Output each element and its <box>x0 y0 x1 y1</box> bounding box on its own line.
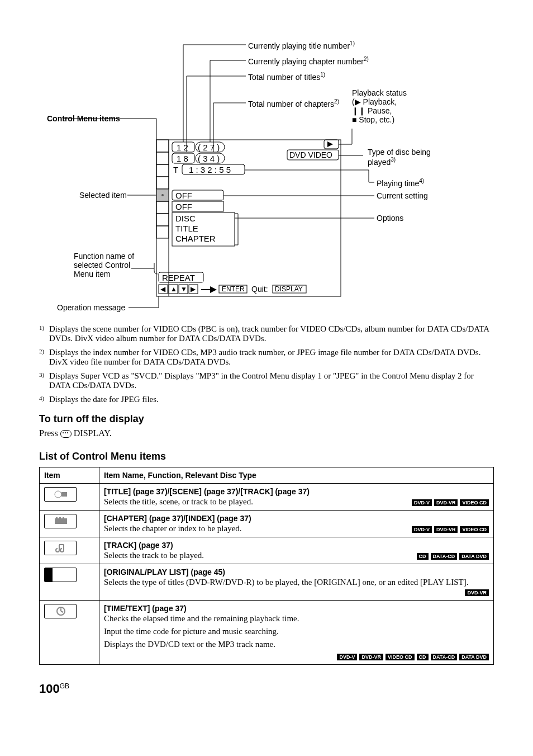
control-menu-diagram: ◀ ▲ ▼ ▶ <box>39 28 494 319</box>
item-icon-cell <box>40 564 99 601</box>
svg-text:◀: ◀ <box>160 285 166 293</box>
svg-rect-9 <box>156 214 169 226</box>
svg-rect-3 <box>156 152 169 164</box>
item-icon-cell <box>40 601 99 665</box>
item-name: [CHAPTER] (page 37)/[INDEX] (page 37) <box>104 514 489 523</box>
table-row: [CHAPTER] (page 37)/[INDEX] (page 37)Sel… <box>40 511 494 537</box>
footnote-4: 4)Displays the date for JPEG files. <box>39 395 494 404</box>
osd-chapter-current: 1 8 <box>177 154 188 163</box>
menu-item-icon <box>44 604 77 618</box>
item-desc: Selects the track to be played.CDDATA-CD… <box>104 551 489 560</box>
disc-badge: DATA DVD <box>459 654 489 660</box>
disc-badge: DVD-VR <box>465 589 489 596</box>
control-menu-table: Item Item Name, Function, Relevant Disc … <box>39 467 494 665</box>
heading-list-control-menu: List of Control Menu items <box>39 451 494 462</box>
svg-line-70 <box>61 611 63 612</box>
osd-title-current: 1 2 <box>177 143 188 152</box>
menu-item-icon <box>44 514 77 528</box>
item-icon-cell <box>40 484 99 511</box>
osd-quit-label: Quit: <box>251 285 268 294</box>
svg-rect-4 <box>156 164 169 177</box>
disc-badge: DATA-CD <box>431 553 458 560</box>
svg-point-59 <box>55 491 61 498</box>
svg-rect-60 <box>61 492 67 497</box>
badges-row: DVD-VDVD-VRVIDEO CD <box>410 497 489 507</box>
disc-badge: DVD-V <box>412 499 432 506</box>
osd-repeat: REPEAT <box>162 273 195 282</box>
item-icon-cell <box>40 511 99 537</box>
item-name: [TITLE] (page 37)/[SCENE] (page 37)/[TRA… <box>104 487 489 496</box>
item-desc: Selects the type of titles (DVD-RW/DVD-R… <box>104 578 489 587</box>
item-desc: Selects the title, scene, or track to be… <box>104 497 489 507</box>
label-disc-type: Type of disc being played3) <box>368 148 457 167</box>
label-selected-item: Selected item <box>79 191 127 200</box>
menu-item-icon <box>44 568 77 582</box>
badges-row: DVD-VR <box>463 587 489 597</box>
page-number: 100GB <box>39 682 494 696</box>
footnotes: 1)Displays the scene number for VIDEO CD… <box>39 324 494 404</box>
disc-badge: CD <box>417 553 429 560</box>
item-desc: Checks the elapsed time and the remainin… <box>104 614 489 623</box>
osd-enter: ENTER <box>222 285 245 293</box>
svg-text:▼: ▼ <box>180 285 187 293</box>
svg-rect-2 <box>156 140 169 152</box>
item-desc: Selects the chapter or index to be playe… <box>104 524 489 533</box>
osd-time: 1 : 3 2 : 5 5 <box>189 165 231 174</box>
osd-display: DISPLAY <box>275 285 303 293</box>
disc-badge: VIDEO CD <box>386 654 415 660</box>
svg-rect-64 <box>63 517 64 519</box>
osd-off-2: OFF <box>175 202 192 211</box>
label-operation-message: Operation message <box>57 303 125 312</box>
footnote-2: 2)Displays the index number for VIDEO CD… <box>39 348 494 367</box>
osd-title-total: ( 2 7 ) <box>198 143 220 152</box>
svg-rect-63 <box>59 517 61 519</box>
svg-rect-5 <box>156 177 169 189</box>
label-control-menu-items: Control Menu items <box>47 114 120 123</box>
disc-badge: CD <box>417 654 429 660</box>
svg-rect-62 <box>56 517 58 519</box>
heading-turn-off-display: To turn off the display <box>39 413 494 425</box>
badges-row: CDDATA-CDDATA DVD <box>415 551 489 560</box>
label-function-name: Function name of selected Control Menu i… <box>74 252 152 278</box>
turn-off-body: Press DISPLAY. <box>39 428 494 438</box>
osd-time-letter: T <box>173 165 178 174</box>
table-row: [TITLE] (page 37)/[SCENE] (page 37)/[TRA… <box>40 484 494 511</box>
disc-badge: DATA DVD <box>459 553 489 560</box>
svg-text:▲: ▲ <box>170 285 177 293</box>
item-desc-cell: [TIME/TEXT] (page 37)Checks the elapsed … <box>99 601 494 665</box>
item-desc-cell: [TRACK] (page 37)Selects the track to be… <box>99 537 494 564</box>
disc-badge: VIDEO CD <box>460 526 489 533</box>
table-row: [TRACK] (page 37)Selects the track to be… <box>40 537 494 564</box>
item-desc: Displays the DVD/CD text or the MP3 trac… <box>104 640 489 649</box>
label-playback-status: Playback status (▶ Playback, ❙❙ Pause, ■… <box>352 88 441 124</box>
svg-rect-61 <box>55 518 67 524</box>
osd-option-chapter: CHAPTER <box>175 234 216 243</box>
disc-badge: DATA-CD <box>431 654 458 660</box>
footnote-3: 3)Displays Super VCD as "SVCD." Displays… <box>39 371 494 390</box>
item-name: [ORIGINAL/PLAY LIST] (page 45) <box>104 568 489 577</box>
badges-row: DVD-VDVD-VRVIDEO CD <box>410 524 489 533</box>
svg-marker-31 <box>201 286 217 293</box>
label-playing-title: Currently playing title number1) <box>248 40 355 50</box>
disc-badge: DVD-VR <box>434 526 458 533</box>
table-row: [TIME/TEXT] (page 37)Checks the elapsed … <box>40 601 494 665</box>
label-playing-chapter: Currently playing chapter number2) <box>248 56 369 66</box>
table-row: [ORIGINAL/PLAY LIST] (page 45)Selects th… <box>40 564 494 601</box>
osd-option-disc: DISC <box>175 214 196 223</box>
label-options: Options <box>377 214 403 223</box>
svg-text:▶: ▶ <box>191 285 196 293</box>
svg-point-7 <box>161 194 164 196</box>
osd-disc-type: DVD VIDEO <box>289 150 332 159</box>
label-total-titles: Total number of titles1) <box>248 72 325 82</box>
disc-badge: VIDEO CD <box>460 499 489 506</box>
menu-item-icon <box>44 487 77 502</box>
menu-item-icon <box>44 541 77 555</box>
table-header-item: Item <box>40 467 99 484</box>
display-button-icon <box>60 430 72 438</box>
item-desc-cell: [TITLE] (page 37)/[SCENE] (page 37)/[TRA… <box>99 484 494 511</box>
osd-off-1: OFF <box>175 191 192 200</box>
item-desc: Input the time code for picture and musi… <box>104 627 489 636</box>
item-icon-cell <box>40 537 99 564</box>
badges-row: DVD-VDVD-VRVIDEO CDCDDATA-CDDATA DVD <box>104 651 489 661</box>
item-name: [TRACK] (page 37) <box>104 541 489 550</box>
